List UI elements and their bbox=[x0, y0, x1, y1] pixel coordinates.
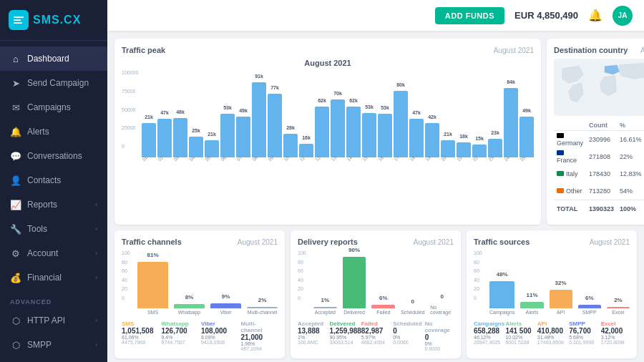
nav-arrow: › bbox=[95, 317, 97, 324]
logo-text: SMS.CX bbox=[33, 14, 81, 26]
traffic-peak-bar: 42k 19 bbox=[425, 123, 439, 163]
nav-icon-contacts: 👤 bbox=[10, 175, 21, 186]
nav-icon-dashboard: ⌂ bbox=[10, 53, 21, 64]
svg-rect-0 bbox=[14, 16, 24, 18]
traffic-peak-bar: 70k 13 bbox=[331, 99, 345, 163]
sidebar-item-reports[interactable]: 📈 Reports › bbox=[0, 192, 107, 217]
bar-fill bbox=[343, 257, 366, 308]
bar-fill bbox=[578, 305, 601, 308]
traffic-channel-bar-group: 8% Whatsapp bbox=[174, 304, 205, 315]
nav-icon-reports: 📈 bbox=[10, 199, 21, 210]
delivery-bar-group: 0 No coverage bbox=[430, 303, 454, 315]
nav-icon-financial: 💰 bbox=[10, 272, 21, 283]
traffic-peak-bar: 15k 22 bbox=[472, 145, 487, 163]
source-stat: API 410,800 31.48% 17460,8908 bbox=[537, 321, 566, 345]
nav-label: Financial bbox=[27, 273, 62, 283]
bar-fill bbox=[346, 107, 361, 157]
sidebar-item-contacts[interactable]: 👤 Contacts bbox=[0, 168, 107, 192]
destination-row: Other 713280 54% 30080,573 € bbox=[554, 182, 644, 200]
nav-arrow: › bbox=[95, 225, 97, 233]
sidebar-item-tools[interactable]: 🔧 Tools › bbox=[0, 217, 107, 241]
sidebar-item-alerts[interactable]: 🔔 Alerts bbox=[0, 119, 107, 144]
add-funds-button[interactable]: ADD FUNDS bbox=[435, 7, 504, 24]
nav-label: SMPP bbox=[27, 340, 52, 350]
traffic-channel-bar-group: 9% Viber bbox=[210, 303, 241, 315]
destination-total-row: TOTAL1390323100%56941,753 € bbox=[554, 200, 644, 218]
dashboard: Traffic peak August 2021 August 2021 100… bbox=[107, 31, 644, 362]
traffic-peak-bar: 28k 10 bbox=[283, 134, 298, 163]
bar-fill bbox=[371, 305, 395, 308]
traffic-peak-bar: 48k 03 bbox=[173, 118, 187, 163]
main-content: ADD FUNDS EUR 4,850,490 🔔 JA Traffic pea… bbox=[107, 0, 644, 362]
balance-display: EUR 4,850,490 bbox=[514, 10, 578, 21]
traffic-sources-card: Traffic sources August 2021 100 80 60 40… bbox=[467, 230, 637, 358]
traffic-peak-bar: 84k 24 bbox=[504, 88, 518, 163]
source-stat: Campaigns 658,288 46.12% 26947,4025 bbox=[474, 321, 502, 345]
sidebar-item-excel-plugin[interactable]: ⬡ Excel Plugin › bbox=[0, 357, 107, 362]
nav-icon-campaigns: ✉ bbox=[10, 102, 21, 113]
traffic-peak-bar: 53k 06 bbox=[220, 114, 235, 163]
source-bar-group: 32% API bbox=[550, 290, 572, 315]
sidebar-item-dashboard[interactable]: ⌂ Dashboard bbox=[0, 47, 107, 71]
traffic-channels-date: August 2021 bbox=[238, 238, 278, 246]
delivery-bar-group: 0 Scheduled bbox=[401, 308, 424, 315]
source-bar-group: 6% SMPP bbox=[578, 305, 601, 315]
traffic-peak-bar: 62k 12 bbox=[315, 107, 329, 163]
delivery-bar-group: 1% Accepted bbox=[313, 307, 337, 315]
nav-arrow: › bbox=[95, 201, 97, 208]
traffic-channel-bar-group: 2% Multi-channel bbox=[247, 307, 278, 315]
nav-label: Dashboard bbox=[27, 54, 69, 64]
sidebar-item-campaigns[interactable]: ✉ Campaigns bbox=[0, 95, 107, 119]
notification-icon[interactable]: 🔔 bbox=[588, 9, 602, 22]
delivery-stat: Scheduled 0 0% 0.0000 bbox=[393, 321, 421, 351]
traffic-peak-bar: 80k 17 bbox=[394, 91, 408, 163]
traffic-peak-date: August 2021 bbox=[494, 47, 534, 54]
traffic-peak-title: Traffic peak bbox=[122, 46, 165, 54]
traffic-channels-title: Traffic channels bbox=[122, 238, 182, 246]
delivery-bar-group: 90% Delivered bbox=[343, 257, 366, 315]
nav-arrow: › bbox=[95, 341, 97, 348]
svg-point-4 bbox=[608, 68, 611, 71]
traffic-peak-bar: 49k 25 bbox=[519, 117, 534, 163]
source-stat: SMPP 76,700 5.68% 0.101.9908 bbox=[569, 321, 597, 345]
svg-point-6 bbox=[613, 71, 615, 72]
nav-label: Account bbox=[27, 248, 58, 258]
bar-fill bbox=[504, 88, 518, 157]
destination-date: August 2021 bbox=[640, 47, 644, 54]
traffic-peak-card: Traffic peak August 2021 August 2021 100… bbox=[114, 39, 541, 225]
bar-fill bbox=[268, 94, 282, 157]
delivery-reports-title: Delivery reports bbox=[298, 238, 358, 246]
sidebar-item-send-campaign[interactable]: ➤ Send Campaign bbox=[0, 71, 107, 95]
traffic-channel-stat: Multi-channel 21,000 1.96% 467,1094 bbox=[241, 321, 278, 351]
sidebar-item-financial[interactable]: 💰 Financial › bbox=[0, 265, 107, 290]
sidebar-item-account[interactable]: ⚙ Account › bbox=[0, 241, 107, 265]
traffic-peak-bar: 21k 05 bbox=[205, 140, 219, 163]
top-row: Traffic peak August 2021 August 2021 100… bbox=[114, 39, 637, 225]
destination-row: Italy 178430 12.83% 7214,724 € bbox=[554, 165, 644, 182]
nav-label: Campaigns bbox=[27, 102, 71, 112]
traffic-peak-bar: 53k 16 bbox=[378, 114, 392, 163]
delivery-stat: Accepted 13,888 1% 100 AMC bbox=[298, 321, 326, 351]
bar-fill bbox=[520, 302, 543, 308]
sidebar-nav: ⌂ Dashboard ➤ Send Campaign ✉ Campaigns … bbox=[0, 41, 107, 362]
traffic-channel-stat: SMS 1,051,508 81.06% 4475,7908 bbox=[122, 321, 159, 351]
destination-title: Destination country bbox=[554, 46, 628, 54]
traffic-peak-bar: 25k 04 bbox=[189, 137, 203, 163]
traffic-peak-bar: 23k 23 bbox=[488, 139, 502, 163]
sidebar-item-smpp[interactable]: ⬡ SMPP › bbox=[0, 333, 107, 357]
avatar[interactable]: JA bbox=[613, 6, 633, 26]
nav-label: Alerts bbox=[27, 127, 49, 137]
source-bar-group: 11% Alerts bbox=[520, 302, 543, 315]
sidebar-item-conversations[interactable]: 💬 Conversations bbox=[0, 144, 107, 168]
bar-fill bbox=[489, 281, 514, 308]
bar-fill bbox=[174, 304, 205, 308]
traffic-peak-bar: 49k 07 bbox=[236, 117, 250, 163]
delivery-stat: No coverage 0 0% 0.0000 bbox=[425, 321, 454, 351]
destination-row: Germany 230996 16.61% 9460,867 € bbox=[554, 131, 644, 149]
traffic-peak-bar: 16k 11 bbox=[299, 144, 313, 163]
svg-rect-1 bbox=[14, 19, 21, 21]
sidebar-item-http-api[interactable]: ⬡ HTTP API › bbox=[0, 308, 107, 333]
nav-icon-account: ⚙ bbox=[10, 248, 21, 259]
traffic-peak-bar: 77k 09 bbox=[268, 94, 282, 163]
bar-fill bbox=[331, 99, 345, 157]
